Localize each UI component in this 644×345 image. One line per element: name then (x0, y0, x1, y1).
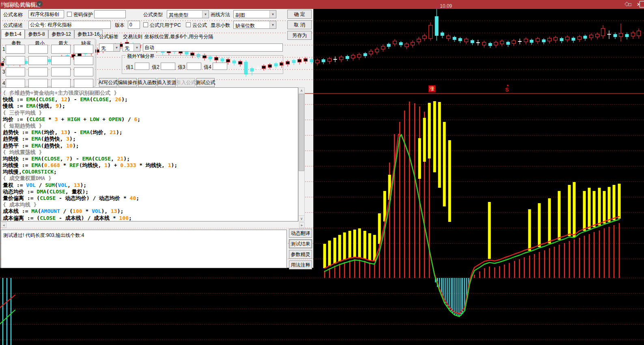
extra-y-axis-label: 额外Y轴分界 (126, 53, 156, 60)
ai-write-formula-button[interactable]: AI写公式 (99, 78, 117, 87)
code-editor[interactable]: { 多维趋势+资金动向+主力强度识别副图公式 }快线 := EMA(CLOSE,… (1, 87, 298, 221)
param-input-r1c4[interactable] (74, 45, 93, 54)
code-line: 均线慢 := EMA(0.668 * REF(均线快, 1) + 0.333 *… (3, 162, 177, 169)
edit-ops-button[interactable]: 编辑操作 (118, 78, 137, 87)
scroll-down-icon[interactable]: ∨ (298, 215, 305, 221)
code-line: 量价偏离 := (CLOSE - 动态均价) / 动态均价 * 40; (3, 195, 177, 202)
status-text: 测试通过! 代码长度:903,输出线个数:4 (3, 232, 84, 239)
password-checkbox[interactable] (67, 12, 72, 17)
chevron-down-icon[interactable]: ▼ (113, 44, 120, 51)
param-input-r3c1[interactable] (6, 67, 25, 76)
chevron-down-icon[interactable]: ▼ (134, 44, 140, 51)
cancel-button[interactable]: 取 消 (287, 20, 312, 29)
value2-input[interactable] (161, 63, 175, 70)
editor-hscrollbar[interactable] (1, 222, 305, 228)
save-as-button[interactable]: 另存为 (287, 31, 312, 40)
password-label: 密码保护 (73, 12, 93, 17)
chart-title: 约(日线,前复权) (1, 1, 37, 8)
draw-method-select[interactable]: 副图 ▼ (233, 10, 276, 18)
value2-label: 值2 (152, 64, 159, 70)
param-input-r1c2[interactable] (28, 45, 48, 54)
param-input-r3c3[interactable] (51, 67, 71, 76)
tab-params-5-8[interactable]: 参数5-8 (25, 30, 48, 38)
param-input-r1c1[interactable] (6, 45, 25, 54)
tab-params-1-4[interactable]: 参数1-4 (1, 29, 25, 39)
formula-tag-select[interactable]: 无 ▼ (99, 43, 120, 52)
tab-params-13-16[interactable]: 参数13-16 (74, 30, 103, 38)
value4-input[interactable] (213, 63, 227, 70)
param-input-r4c3[interactable] (51, 79, 71, 88)
insert-resource-button[interactable]: 插入资源 (157, 78, 176, 87)
version-label: 版本 (115, 22, 125, 28)
code-line: { 多维趋势+资金动向+主力强度识别副图公式 } (3, 90, 177, 96)
test-result-button[interactable]: 测试结果 (289, 239, 312, 248)
coord-line-input[interactable] (143, 43, 283, 52)
usage-notes-button[interactable]: 用法注释 (289, 260, 312, 268)
trade-rule-select[interactable]: 无 ▼ (123, 43, 140, 52)
scroll-up-icon[interactable]: ∧ (298, 87, 305, 93)
code-line: 快线 := EMA(CLOSE, 12) - EMA(CLOSE, 26); (3, 96, 177, 103)
dynamic-translate-button[interactable]: 动态翻译 (289, 229, 312, 238)
password-input[interactable] (94, 10, 126, 18)
value3-label: 值3 (178, 64, 185, 70)
decimal-select[interactable]: 缺省位数 ▼ (233, 21, 276, 29)
param-input-r3c2[interactable] (28, 67, 48, 76)
formula-desc-input[interactable] (28, 21, 111, 29)
param-input-r4c1[interactable] (6, 79, 25, 88)
param-row-number: 1 (2, 46, 5, 52)
code-line: 量权 := VOL / SUM(VOL, 13); (3, 182, 177, 189)
window-icon-partial[interactable] (639, 1, 644, 8)
code-line: 成本偏离 := (CLOSE - 成本线) / 成本线 * 100; (3, 215, 177, 221)
value1-input[interactable] (135, 63, 149, 70)
value4-label: 值4 (204, 64, 211, 70)
formula-type-label: 公式类型 (143, 12, 163, 17)
param-input-r2c4[interactable] (74, 56, 93, 65)
cloud-checkbox[interactable] (186, 22, 191, 27)
param-row-number: 3 (2, 69, 5, 75)
tab-params-9-12[interactable]: 参数9-12 (48, 30, 74, 38)
code-line: { 短期趋势线 } (3, 123, 177, 129)
trade-rule-label: 交易法则 (123, 34, 142, 39)
test-formula-button[interactable]: 测试公式 (196, 78, 215, 87)
code-line: 慢线 := EMA(快线, 9); (3, 103, 177, 109)
chevron-down-icon[interactable]: ▼ (269, 21, 276, 28)
ok-button[interactable]: 确 定 (287, 10, 312, 19)
param-input-r3c4[interactable] (74, 67, 93, 76)
formula-type-select[interactable]: 其他类型 ▼ (167, 10, 209, 18)
scroll-right-icon[interactable]: ► (299, 222, 305, 228)
indicator-panel-label: 化指标 (0, 91, 15, 98)
formula-name-input[interactable] (28, 10, 64, 18)
sell-marker: S (505, 87, 509, 93)
rise-marker: 涨 (429, 85, 435, 92)
pc-only-checkbox[interactable] (143, 22, 148, 27)
param-input-r2c2[interactable] (28, 56, 48, 65)
diamond-icon[interactable]: ◇ (625, 0, 629, 7)
price-tag: 10.09 (440, 3, 452, 9)
chevron-down-icon[interactable]: ∨ (37, 1, 43, 7)
value3-input[interactable] (187, 63, 201, 70)
param-wizard-button[interactable]: 参数精灵 (289, 250, 312, 259)
divider (96, 39, 97, 86)
dialog-titlebar[interactable]: 指标公式编辑器 □ ✕ (0, 0, 314, 9)
code-line: 均价 := (CLOSE * 3 + HIGH + LOW + OPEN) / … (3, 116, 177, 123)
param-input-r4c2[interactable] (28, 79, 48, 88)
formula-tag-label: 公式标签 (99, 34, 118, 39)
code-line: 趋势快 := EMA(均价, 13) - EMA(均价, 21); (3, 129, 177, 136)
param-input-r4c4[interactable] (74, 79, 93, 88)
chevron-down-icon[interactable]: ▼ (202, 11, 209, 18)
version-input[interactable] (128, 21, 140, 29)
param-input-r2c1[interactable] (6, 56, 25, 65)
chevron-down-icon[interactable]: ▼ (269, 11, 276, 18)
param-row-number: 4 (2, 80, 5, 86)
scroll-left-icon[interactable]: ◄ (1, 222, 6, 228)
code-line: 成本线 := MA(AMOUNT / (100 * VOL), 13); (3, 208, 177, 215)
test-result-panel: 测试通过! 代码长度:903,输出线个数:4 (1, 230, 287, 268)
param-input-r1c3[interactable] (51, 45, 71, 54)
coord-line-label: 坐标线位置,最多6个,用分号分隔 (144, 34, 213, 39)
cloud-label: 云公式 (192, 22, 207, 28)
code-line: 趋势慢 := EMA(趋势快, 3); (3, 136, 177, 142)
insert-function-button[interactable]: 插入函数 (138, 78, 156, 87)
editor-vscrollbar-thumb[interactable] (299, 94, 304, 171)
param-input-r2c3[interactable] (51, 56, 71, 65)
import-formula-button: 引入公式 (177, 78, 195, 87)
